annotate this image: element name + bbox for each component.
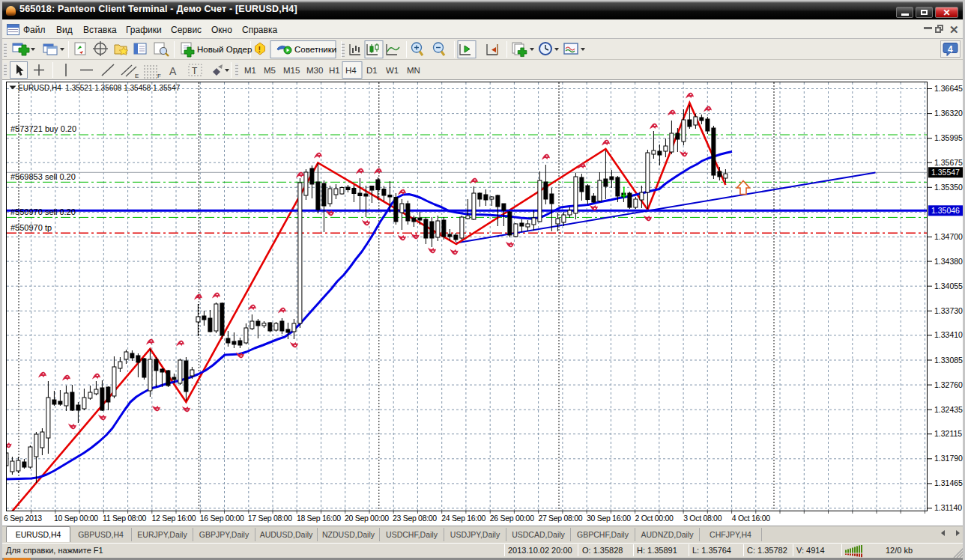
svg-text:#550970 sell 0.20: #550970 sell 0.20 — [10, 207, 76, 216]
svg-text:4 Oct 16:00: 4 Oct 16:00 — [732, 514, 770, 523]
svg-text:Советники: Советники — [294, 45, 336, 54]
svg-text:T: T — [192, 66, 198, 76]
svg-text:1.32435: 1.32435 — [934, 405, 963, 414]
svg-text:1.36645: 1.36645 — [934, 84, 963, 93]
svg-text:4: 4 — [948, 44, 953, 55]
svg-text:30 Sep 16:00: 30 Sep 16:00 — [587, 514, 631, 523]
svg-text:F: F — [157, 73, 161, 79]
svg-text:M15: M15 — [283, 66, 300, 75]
svg-text:Новый Ордер: Новый Ордер — [197, 45, 252, 54]
svg-text:H1: H1 — [329, 66, 340, 75]
svg-text:M5: M5 — [264, 66, 276, 75]
svg-text:1.31465: 1.31465 — [934, 478, 963, 487]
svg-text:1.31140: 1.31140 — [934, 503, 962, 512]
svg-text:10 Sep 00:00: 10 Sep 00:00 — [54, 514, 98, 523]
svg-text:1.36320: 1.36320 — [934, 109, 963, 118]
svg-text:EURUSD,H4 1.35521 1.35608 1.3: EURUSD,H4 1.35521 1.35608 1.35458 1.3554… — [18, 84, 181, 92]
svg-text:W1: W1 — [386, 66, 399, 75]
svg-text:1.32760: 1.32760 — [934, 380, 963, 389]
svg-text:MN: MN — [407, 66, 420, 75]
svg-text:26 Sep 00:00: 26 Sep 00:00 — [490, 514, 534, 523]
svg-text:1.34700: 1.34700 — [934, 232, 963, 241]
svg-text:1.33410: 1.33410 — [934, 330, 963, 339]
svg-text:D1: D1 — [366, 66, 378, 75]
svg-text:H4: H4 — [345, 66, 357, 75]
svg-text:1.35046: 1.35046 — [931, 206, 960, 215]
svg-text:24 Sep 16:00: 24 Sep 16:00 — [441, 514, 485, 523]
svg-text:27 Sep 08:00: 27 Sep 08:00 — [538, 514, 582, 523]
svg-text:M30: M30 — [306, 66, 323, 75]
svg-text:16 Sep 00:00: 16 Sep 00:00 — [200, 514, 244, 523]
svg-text:#550970 tp: #550970 tp — [10, 223, 52, 232]
svg-text:1.35547: 1.35547 — [931, 168, 960, 177]
svg-text:1.31790: 1.31790 — [934, 454, 963, 463]
svg-text:#573721 buy 0.20: #573721 buy 0.20 — [10, 124, 76, 133]
svg-text:1.35350: 1.35350 — [934, 183, 963, 192]
svg-text:18 Sep 16:00: 18 Sep 16:00 — [297, 514, 341, 523]
svg-text:2 Oct 00:00: 2 Oct 00:00 — [635, 514, 674, 523]
svg-text:1.33730: 1.33730 — [934, 306, 963, 315]
svg-text:6 Sep 2013: 6 Sep 2013 — [4, 514, 42, 523]
svg-text:M1: M1 — [244, 66, 256, 75]
svg-text:#569853 sell 0.20: #569853 sell 0.20 — [10, 172, 76, 181]
svg-text:17 Sep 08:00: 17 Sep 08:00 — [248, 514, 292, 523]
svg-text:23 Sep 08:00: 23 Sep 08:00 — [393, 514, 437, 523]
svg-text:1.32115: 1.32115 — [934, 429, 962, 438]
svg-text:1.34055: 1.34055 — [934, 281, 963, 290]
svg-text:1.34380: 1.34380 — [934, 257, 963, 266]
svg-text:11 Sep 08:00: 11 Sep 08:00 — [103, 514, 147, 523]
svg-text:1.35995: 1.35995 — [934, 133, 963, 142]
svg-text:20 Sep 00:00: 20 Sep 00:00 — [345, 514, 389, 523]
svg-text:3 Oct 08:00: 3 Oct 08:00 — [683, 514, 722, 523]
svg-text:12 Sep 16:00: 12 Sep 16:00 — [152, 514, 196, 523]
svg-text:1.35675: 1.35675 — [934, 158, 963, 167]
svg-text:1.33085: 1.33085 — [934, 356, 963, 365]
svg-text:!: ! — [258, 45, 261, 54]
svg-text:E: E — [135, 73, 139, 79]
svg-text:A: A — [169, 65, 177, 77]
